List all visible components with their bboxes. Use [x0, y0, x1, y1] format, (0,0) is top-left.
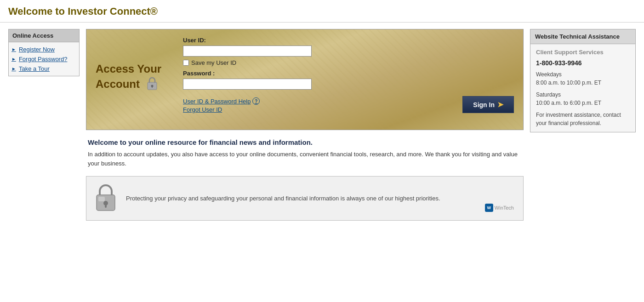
register-now-link[interactable]: Register Now	[19, 46, 55, 53]
forgot-userid-link[interactable]: Forgot User ID	[183, 106, 260, 113]
right-sidebar: Website Technical Assistance Client Supp…	[530, 29, 636, 132]
sidebar-item-forgot-password[interactable]: ► Forgot Password?	[11, 56, 76, 63]
userid-label: User ID:	[183, 37, 514, 44]
login-title: Access Your Account	[96, 62, 169, 94]
save-userid-checkbox[interactable]	[183, 60, 189, 66]
login-left: Access Your Account	[86, 29, 178, 130]
login-box: Access Your Account	[86, 29, 524, 130]
userid-group: User ID: Save my User ID	[183, 37, 514, 66]
login-bottom-row: User ID & Password Help ? Forgot User ID…	[183, 96, 514, 113]
save-userid-label: Save my User ID	[191, 59, 236, 66]
wintech-icon: W	[485, 204, 493, 212]
main-layout: Online Access ► Register Now ► Forgot Pa…	[0, 23, 644, 227]
welcome-body: In addition to account updates, you also…	[88, 150, 522, 168]
weekdays-hours: Weekdays 8:00 a.m. to 10:00 p.m. ET	[536, 70, 630, 87]
take-a-tour-link[interactable]: Take a Tour	[19, 65, 50, 72]
right-sidebar-body: Client Support Services 1-800-933-9946 W…	[530, 44, 635, 132]
saturdays-label: Saturdays	[536, 91, 561, 98]
svg-rect-2	[152, 86, 153, 88]
saturdays-hours: Saturdays 10:00 a.m. to 6:00 p.m. ET	[536, 91, 630, 107]
support-label: Client Support Services	[536, 49, 630, 56]
login-form-area: User ID: Save my User ID Password :	[178, 29, 523, 130]
privacy-box: Protecting your privacy and safeguarding…	[86, 176, 524, 221]
wintech-label: WinTech	[495, 205, 514, 211]
forgot-password-link[interactable]: Forgot Password?	[19, 56, 68, 63]
saturdays-hours-text: 10:00 a.m. to 6:00 p.m. ET	[536, 100, 601, 106]
padlock-icon	[94, 183, 118, 214]
online-access-sidebar: Online Access ► Register Now ► Forgot Pa…	[8, 29, 80, 76]
svg-rect-6	[105, 204, 107, 208]
userid-input[interactable]	[183, 46, 312, 57]
password-input[interactable]	[183, 79, 312, 90]
welcome-headline: Welcome to your online resource for fina…	[88, 138, 522, 146]
weekdays-label: Weekdays	[536, 71, 562, 78]
save-userid-row: Save my User ID	[183, 59, 514, 66]
support-phone: 1-800-933-9946	[536, 59, 630, 67]
userid-password-help-link[interactable]: User ID & Password Help ?	[183, 97, 260, 105]
sidebar-nav: ► Register Now ► Forgot Password? ► Take…	[9, 42, 79, 76]
welcome-section: Welcome to your online resource for fina…	[86, 138, 524, 168]
login-title-line1: Access Your	[96, 63, 161, 75]
sign-in-arrow-icon: ➤	[497, 100, 503, 109]
help-links: User ID & Password Help ? Forgot User ID	[183, 97, 260, 113]
help-circle-icon: ?	[252, 97, 260, 105]
svg-rect-4	[98, 197, 105, 201]
sign-in-button[interactable]: Sign In ➤	[462, 96, 514, 113]
investment-note: For investment assistance, contact your …	[536, 111, 630, 127]
password-label: Password :	[183, 70, 514, 77]
right-sidebar-header: Website Technical Assistance	[530, 29, 635, 44]
sign-in-label: Sign In	[473, 101, 495, 108]
sidebar-item-take-a-tour[interactable]: ► Take a Tour	[11, 65, 76, 72]
arrow-icon: ►	[11, 57, 16, 62]
help-link-text: User ID & Password Help	[183, 98, 251, 105]
arrow-icon: ►	[11, 47, 16, 52]
privacy-text: Protecting your privacy and safeguarding…	[126, 194, 440, 203]
page-title: Welcome to Investor Connect®	[0, 0, 644, 23]
sidebar-item-register[interactable]: ► Register Now	[11, 46, 76, 53]
sidebar-header: Online Access	[9, 29, 79, 42]
login-title-line2: Account	[96, 78, 140, 90]
wintech-logo: W WinTech	[485, 204, 514, 212]
wintech-area: W WinTech	[483, 202, 516, 214]
weekdays-hours-text: 8:00 a.m. to 10:00 p.m. ET	[536, 80, 601, 86]
password-group: Password :	[183, 70, 514, 90]
arrow-icon: ►	[11, 66, 16, 71]
center-panel: Access Your Account	[86, 29, 524, 221]
lock-icon	[146, 76, 159, 94]
forgot-userid-text: Forgot User ID	[183, 106, 222, 113]
